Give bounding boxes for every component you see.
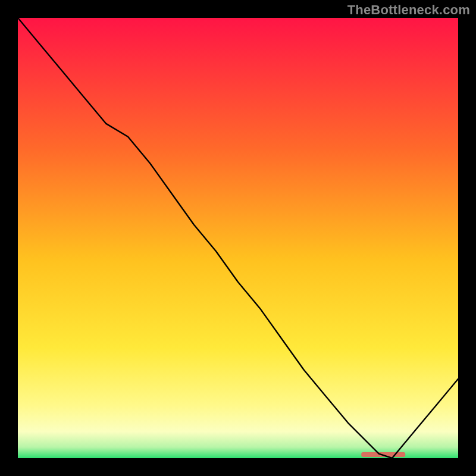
chart-svg (18, 18, 458, 458)
attribution-label: TheBottleneck.com (347, 2, 470, 18)
chart-panel (18, 18, 458, 458)
gradient-background (18, 18, 458, 458)
chart-frame: TheBottleneck.com (0, 0, 476, 476)
